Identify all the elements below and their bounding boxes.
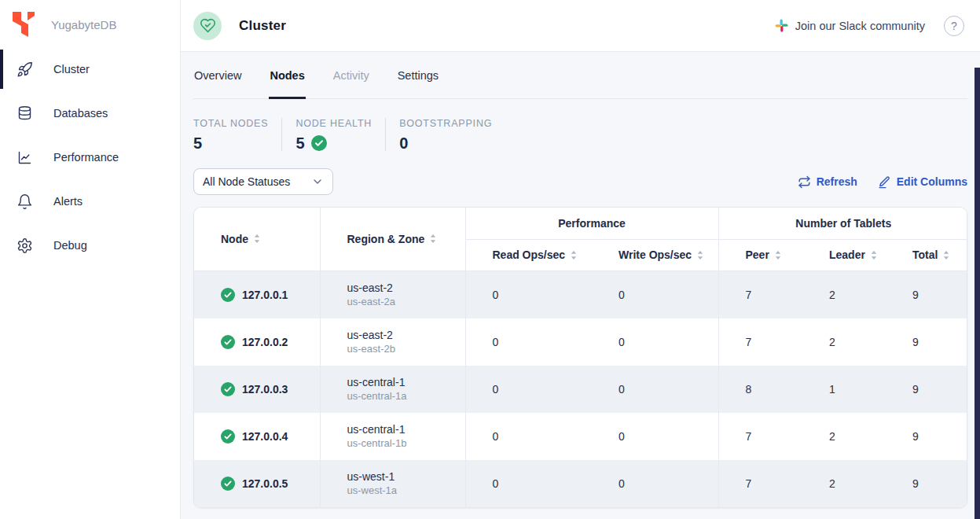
stats-row: TOTAL NODES5NODE HEALTH5BOOTSTRAPPING0 [193,118,967,151]
tab-settings[interactable]: Settings [397,69,439,98]
tab-bar: OverviewNodesActivitySettings [193,52,967,99]
node-status-healthy-icon [221,335,235,349]
yugabytedb-logo [11,11,35,38]
database-icon [16,105,33,122]
main-area: Cluster Join our Slack community ? [181,0,980,519]
scrollbar-thumb[interactable] [974,68,980,519]
stat-node-health: NODE HEALTH5 [281,118,385,151]
app-window: YugabyteDB ClusterDatabasesPerformanceAl… [0,0,980,519]
rocket-icon [16,61,33,78]
bell-icon [16,193,33,210]
tab-nodes[interactable]: Nodes [269,69,305,98]
sidebar-item-label: Alerts [53,195,83,208]
stat-bootstrapping: BOOTSTRAPPING0 [385,118,505,151]
column-header-write-ops[interactable]: Write Ops/sec [592,239,718,271]
chart-icon [16,149,33,166]
sidebar-item-label: Performance [53,151,119,164]
sidebar-item-label: Cluster [53,63,90,75]
sidebar-nav: ClusterDatabasesPerformanceAlertsDebug [0,50,180,265]
group-header-number-of-tablets: Number of Tablets [718,208,967,239]
sort-icon [253,234,261,244]
column-header-leader[interactable]: Leader [802,239,886,271]
brand: YugabyteDB [0,0,180,39]
help-button[interactable]: ? [944,16,964,36]
column-header-total[interactable]: Total [886,239,967,271]
gear-icon [16,237,33,254]
sort-icon [570,250,578,260]
node-status-healthy-icon [221,429,235,444]
table-row[interactable]: 127.0.0.3us-central-1us-central-1a00819 [194,366,967,413]
slack-icon [775,19,788,32]
brand-name: YugabyteDB [51,18,116,31]
sort-icon [870,250,878,260]
refresh-button[interactable]: Refresh [798,175,857,189]
content: OverviewNodesActivitySettings TOTAL NODE… [181,52,980,519]
cluster-health-heart-icon [193,12,222,40]
column-header-peer[interactable]: Peer [718,239,802,271]
sort-icon [774,250,782,260]
sidebar-item-performance[interactable]: Performance [0,138,180,177]
edit-pencil-icon [878,175,891,189]
node-status-filter[interactable]: All Node Statuses [193,168,333,195]
table-row[interactable]: 127.0.0.1us-east-2us-east-2a00729 [194,271,967,318]
column-header-region-zone[interactable]: Region & Zone [320,208,465,271]
sort-icon [429,234,437,244]
table-toolbar: All Node Statuses Refresh [193,168,967,195]
nodes-table-card: Node Region & Zone Performance Number of… [193,207,967,508]
column-header-read-ops[interactable]: Read Ops/sec [465,239,592,271]
tab-overview[interactable]: Overview [193,69,242,98]
column-header-node[interactable]: Node [194,208,320,271]
sidebar-item-cluster[interactable]: Cluster [0,50,180,89]
sidebar: YugabyteDB ClusterDatabasesPerformanceAl… [0,0,181,519]
sort-icon [696,250,704,260]
page-title: Cluster [239,18,286,34]
group-header-performance: Performance [465,208,718,239]
stat-total-nodes: TOTAL NODES5 [193,118,281,151]
sidebar-item-alerts[interactable]: Alerts [0,182,180,221]
slack-community-link[interactable]: Join our Slack community [775,19,925,32]
sort-icon [942,250,950,260]
table-row[interactable]: 127.0.0.5us-west-1us-west-1a00729 [194,460,967,507]
node-status-healthy-icon [221,288,235,302]
nodes-table: Node Region & Zone Performance Number of… [194,208,967,507]
table-row[interactable]: 127.0.0.4us-central-1us-central-1b00729 [194,413,967,460]
page-header: Cluster Join our Slack community ? [181,0,980,52]
sidebar-item-label: Databases [53,107,108,120]
chevron-down-icon [311,175,324,188]
tab-activity[interactable]: Activity [332,69,370,98]
table-row[interactable]: 127.0.0.2us-east-2us-east-2b00729 [194,318,967,366]
node-status-healthy-icon [221,382,235,396]
edit-columns-button[interactable]: Edit Columns [878,175,967,189]
sidebar-item-databases[interactable]: Databases [0,94,180,133]
refresh-icon [798,175,811,189]
sidebar-item-debug[interactable]: Debug [0,226,180,265]
node-status-healthy-icon [221,477,235,491]
sidebar-item-label: Debug [53,239,87,252]
node-health-check-icon [311,135,327,151]
